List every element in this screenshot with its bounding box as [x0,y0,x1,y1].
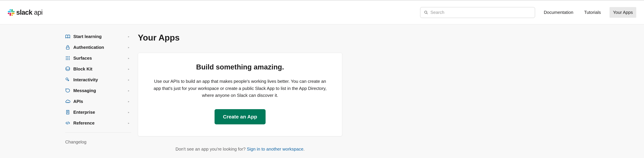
logo[interactable]: slack api [8,8,42,16]
code-icon [65,120,70,126]
svg-point-0 [424,11,427,13]
svg-point-12 [69,59,70,60]
book-icon [65,34,70,39]
footer-suffix: . [304,146,304,152]
footer-prefix: Don't see an app you're looking for? [176,146,247,152]
sidebar-item-label: Surfaces [73,56,125,61]
slack-logo-icon [8,9,14,16]
chevron-right-icon: ▸ [128,111,130,114]
nav-tutorials[interactable]: Tutorials [582,7,603,18]
header: slack api Documentation Tutorials Your A… [0,1,644,24]
sidebar-item-surfaces[interactable]: Surfaces ▸ [65,53,131,64]
sidebar-item-label: Block Kit [73,66,125,72]
page-title: Your Apps [138,33,342,42]
svg-point-11 [68,59,68,60]
logo-text: slack api [16,8,42,16]
chevron-right-icon: ▸ [128,122,130,125]
sidebar-item-changelog[interactable]: Changelog [65,140,131,145]
card-title: Build something amazing. [152,63,328,71]
svg-point-10 [66,59,67,60]
svg-point-6 [69,56,70,57]
card-description: Use our APIs to build an app that makes … [152,78,328,99]
search-box[interactable] [420,7,535,18]
block-icon [65,66,70,72]
chevron-right-icon: ▸ [128,56,130,60]
sidebar-item-messaging[interactable]: Messaging ▸ [65,85,131,96]
sidebar-item-apis[interactable]: APIs ▸ [65,96,131,107]
building-icon [65,110,70,115]
svg-point-9 [69,58,70,59]
svg-point-7 [66,58,67,59]
chevron-right-icon: ▸ [128,89,130,92]
chevron-right-icon: ▸ [128,46,130,49]
main-content: Your Apps Build something amazing. Use o… [131,31,342,152]
chevron-right-icon: ▸ [128,68,130,71]
sidebar-item-start-learning[interactable]: Start learning ▸ [65,31,131,42]
search-input[interactable] [430,10,531,15]
nav-your-apps[interactable]: Your Apps [610,7,636,18]
message-icon [65,88,70,93]
sidebar-item-interactivity[interactable]: Interactivity ▸ [65,74,131,85]
create-app-card: Build something amazing. Use our APIs to… [138,53,342,136]
svg-point-4 [66,56,67,57]
svg-point-15 [68,102,69,102]
search-icon [424,10,428,14]
cloud-icon [65,99,70,104]
svg-rect-3 [66,47,69,49]
sidebar-item-label: Interactivity [73,77,125,82]
svg-point-8 [68,58,68,59]
svg-point-14 [67,102,68,102]
sidebar-item-label: Start learning [73,34,125,39]
sidebar-item-label: Reference [73,120,125,126]
sidebar-item-enterprise[interactable]: Enterprise ▸ [65,107,131,118]
svg-line-20 [68,122,68,124]
sidebar-item-authentication[interactable]: Authentication ▸ [65,42,131,53]
sidebar: Start learning ▸ Authentication ▸ Surfac… [64,31,131,152]
lock-icon [65,45,70,50]
sidebar-item-label: APIs [73,99,125,104]
grid-icon [65,56,70,61]
sidebar-item-label: Messaging [73,88,125,93]
interactivity-icon [65,77,70,82]
sidebar-item-reference[interactable]: Reference ▸ [65,118,131,128]
sign-in-workspace-link[interactable]: Sign in to another workspace [247,146,304,152]
sidebar-item-label: Enterprise [73,110,125,115]
chevron-right-icon: ▸ [128,78,130,82]
sidebar-item-label: Authentication [73,45,125,50]
footer-note: Don't see an app you're looking for? Sig… [138,146,342,152]
nav-documentation[interactable]: Documentation [542,7,576,18]
chevron-right-icon: ▸ [128,100,130,103]
create-app-button[interactable]: Create an App [214,109,266,124]
sidebar-item-block-kit[interactable]: Block Kit ▸ [65,64,131,74]
chevron-right-icon: ▸ [128,35,130,38]
svg-point-5 [68,56,68,57]
svg-line-1 [426,13,428,14]
